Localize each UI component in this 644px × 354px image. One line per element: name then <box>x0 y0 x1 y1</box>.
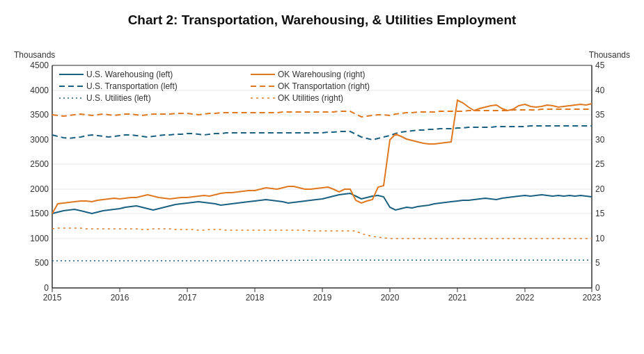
legend-us-warehousing-label: U.S. Warehousing (left) <box>86 70 173 79</box>
svg-text:4500: 4500 <box>30 61 49 70</box>
chart-container: Chart 2: Transportation, Warehousing, & … <box>0 0 644 354</box>
svg-text:2017: 2017 <box>178 293 197 303</box>
chart-area: Thousands Thousands .axis-text { font-si… <box>14 31 630 323</box>
svg-text:2018: 2018 <box>246 293 265 303</box>
svg-text:25: 25 <box>595 159 605 169</box>
svg-text:2000: 2000 <box>30 184 49 194</box>
svg-text:500: 500 <box>35 258 49 268</box>
svg-text:20: 20 <box>595 184 605 194</box>
chart-svg: .axis-text { font-size: 12px; fill: #333… <box>14 31 630 323</box>
us-utilities-line <box>52 260 592 261</box>
svg-text:2020: 2020 <box>381 293 400 303</box>
legend-us-transportation-label: U.S. Transportation (left) <box>86 81 178 91</box>
svg-text:2500: 2500 <box>30 159 49 169</box>
svg-text:40: 40 <box>595 86 605 95</box>
svg-text:45: 45 <box>595 61 605 70</box>
us-warehousing-line <box>52 193 592 214</box>
svg-text:5: 5 <box>595 258 600 268</box>
svg-text:2021: 2021 <box>448 293 467 303</box>
chart-title: Chart 2: Transportation, Warehousing, & … <box>14 13 630 28</box>
svg-text:0: 0 <box>595 283 600 293</box>
svg-text:2019: 2019 <box>313 293 332 303</box>
svg-text:1500: 1500 <box>30 209 49 218</box>
legend-ok-warehousing-label: OK Warehousing (right) <box>278 70 366 79</box>
legend-us-utilities-label: U.S. Utilities (left) <box>86 93 151 103</box>
svg-text:2015: 2015 <box>43 293 62 303</box>
svg-text:35: 35 <box>595 110 605 120</box>
us-transportation-line <box>52 126 592 140</box>
svg-text:10: 10 <box>595 234 605 243</box>
svg-text:4000: 4000 <box>30 86 49 95</box>
svg-text:15: 15 <box>595 209 605 218</box>
svg-text:3500: 3500 <box>30 110 49 120</box>
ok-utilities-line <box>52 228 592 239</box>
legend-ok-transportation-label: OK Transportation (right) <box>278 81 370 91</box>
svg-text:3000: 3000 <box>30 135 49 145</box>
svg-text:2022: 2022 <box>516 293 535 303</box>
svg-text:1000: 1000 <box>30 234 49 243</box>
svg-text:2023: 2023 <box>583 293 602 303</box>
legend-ok-utilities-label: OK Utilities (right) <box>278 93 343 103</box>
svg-text:30: 30 <box>595 135 605 145</box>
svg-text:0: 0 <box>44 283 49 293</box>
svg-text:2016: 2016 <box>111 293 129 303</box>
